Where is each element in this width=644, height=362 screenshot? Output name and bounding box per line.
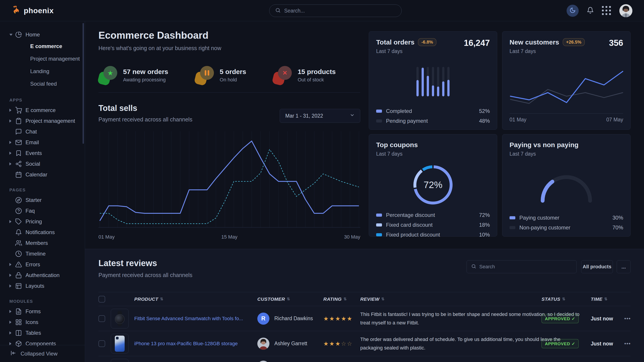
row-checkbox[interactable] <box>98 340 105 347</box>
legend-label: Paying customer <box>519 215 560 221</box>
search-input[interactable] <box>284 8 396 14</box>
legend-value: 72% <box>479 212 490 218</box>
sidebar-item-tables[interactable]: Tables <box>0 328 85 338</box>
latest-reviews-section: Latest reviews Payment received across a… <box>85 249 644 362</box>
stat-value: 15 products <box>298 68 336 76</box>
product-link[interactable]: iPhone 13 pro max-Pacific Blue-128GB sto… <box>134 341 238 347</box>
legend-value: 10% <box>479 232 490 238</box>
sidebar-item-starter[interactable]: Starter <box>0 195 85 206</box>
product-link[interactable]: Fitbit Sense Advanced Smartwatch with To… <box>134 316 243 322</box>
sidebar-subitem-project-management[interactable]: Project management <box>0 52 85 65</box>
collapse-view-button[interactable]: Collapsed View <box>0 345 85 362</box>
column-header-review[interactable]: REVIEW⇅ <box>360 297 385 302</box>
column-header-time[interactable]: TIME⇅ <box>591 297 608 302</box>
order-bar <box>432 67 434 96</box>
total-sells-title: Total sells <box>98 103 137 113</box>
legend-row: Non-paying customer70% <box>510 225 623 231</box>
user-avatar[interactable] <box>620 4 632 17</box>
sidebar-subitem-social-feed[interactable]: Social feed <box>0 78 85 90</box>
orders-bar-chart <box>376 67 490 96</box>
sidebar-item-social[interactable]: Social <box>0 159 85 169</box>
column-header-customer[interactable]: CUSTOMER⇅ <box>257 297 290 302</box>
sidebar-item-label: Tables <box>26 330 41 336</box>
stat-value: 57 new orders <box>123 68 168 76</box>
app-logo[interactable]: phoenix <box>12 5 54 15</box>
legend-value: 52% <box>479 108 490 114</box>
stat-label: Awating processing <box>123 77 168 83</box>
sidebar-item-project-management[interactable]: Project management <box>0 116 85 126</box>
star-filled-icon: ★ <box>341 315 347 322</box>
sidebar-subitem-e-commerce[interactable]: E commerce <box>0 40 85 52</box>
legend-label: Completed <box>386 108 412 114</box>
column-header-rating[interactable]: RATING⇅ <box>323 297 347 302</box>
row-checkbox[interactable] <box>98 315 105 322</box>
sidebar-item-timeline[interactable]: Timeline <box>0 248 85 259</box>
order-bar <box>416 67 419 96</box>
sidebar-item-members[interactable]: Members <box>0 238 85 248</box>
star-filled-icon: ★ <box>323 315 329 322</box>
sidebar-item-label: Members <box>26 240 48 246</box>
total-sells-x-axis: 01 May 15 May 30 May <box>98 234 360 240</box>
total-sells-subtitle: Payment received across all channels <box>98 116 192 123</box>
date-range-select[interactable]: Mar 1 - 31, 2022 <box>280 109 360 123</box>
sidebar-item-home[interactable]: Home <box>0 29 85 40</box>
all-products-button[interactable]: All products <box>581 260 613 273</box>
reviews-search-input[interactable] <box>479 264 572 270</box>
product-thumbnail[interactable] <box>111 309 129 329</box>
tag-icon <box>15 218 26 225</box>
sidebar-item-chat[interactable]: Chat <box>0 126 85 137</box>
reviews-subtitle: Payment received across all channels <box>98 272 192 278</box>
sidebar-item-forms[interactable]: Forms <box>0 306 85 317</box>
sidebar-item-authentication[interactable]: Authentication <box>0 270 85 281</box>
sidebar-item-layouts[interactable]: Layouts <box>0 281 85 291</box>
sort-icon: ⇅ <box>344 297 347 301</box>
bell-icon <box>15 229 26 236</box>
theme-toggle-button[interactable] <box>566 5 579 17</box>
sidebar-item-faq[interactable]: Faq <box>0 206 85 216</box>
sidebar-item-e-commerce[interactable]: E commerce <box>0 105 85 116</box>
column-header-product[interactable]: PRODUCT⇅ <box>134 297 163 302</box>
card-value: 356 <box>609 38 623 48</box>
top-coupons-card: Top coupons Last 7 days 72% Percentage d… <box>369 134 497 237</box>
phone-image <box>115 336 125 352</box>
search-icon <box>275 7 280 14</box>
sidebar-item-events[interactable]: Events <box>0 148 85 159</box>
customer-name: Ashley Garrett <box>274 341 307 347</box>
sidebar-subitem-landing[interactable]: Landing <box>0 65 85 78</box>
sidebar-item-email[interactable]: Email <box>0 137 85 148</box>
x-tick: 01 May <box>98 234 114 240</box>
legend-row: Pending payment48% <box>376 118 490 124</box>
customer-avatar[interactable] <box>257 361 270 362</box>
sidebar-item-label: Project management <box>26 118 75 124</box>
legend-row: Percentage discount72% <box>376 212 490 218</box>
reviews-more-button[interactable]: ... <box>617 260 630 273</box>
select-all-checkbox[interactable] <box>98 296 105 303</box>
row-more-button[interactable]: ••• <box>624 341 631 347</box>
x-tick: 07 May <box>606 117 623 123</box>
apps-menu-button[interactable] <box>602 6 611 15</box>
change-badge: -6.8% <box>418 38 436 46</box>
card-title: New customers <box>510 38 559 46</box>
message-square-icon <box>15 128 26 135</box>
sidebar-item-pricing[interactable]: Pricing <box>0 216 85 227</box>
global-search[interactable] <box>269 4 402 17</box>
reviews-search[interactable] <box>466 260 577 273</box>
new-customers-card: New customers +26.5% Last 7 days 356 01 … <box>502 31 630 130</box>
sidebar-item-notifications[interactable]: Notifications <box>0 227 85 238</box>
sidebar-item-errors[interactable]: Errors <box>0 259 85 270</box>
card-title: Total orders <box>376 38 414 46</box>
notifications-button[interactable] <box>587 7 594 14</box>
stat-label: Out of stock <box>298 77 336 83</box>
sidebar-item-icons[interactable]: Icons <box>0 317 85 328</box>
customer-avatar[interactable]: R <box>257 313 270 325</box>
product-thumbnail[interactable] <box>111 334 129 354</box>
sidebar-item-label: Authentication <box>26 272 60 278</box>
sidebar-item-label: Home <box>26 31 40 38</box>
row-more-button[interactable]: ••• <box>624 316 631 322</box>
sidebar-item-calendar[interactable]: Calendar <box>0 169 85 180</box>
sidebar-scrollbar[interactable] <box>82 23 84 144</box>
sidebar-item-label: Forms <box>26 308 41 315</box>
product-thumbnail[interactable] <box>111 359 129 362</box>
column-header-status[interactable]: STATUS⇅ <box>542 297 566 302</box>
customer-avatar[interactable] <box>257 338 270 350</box>
